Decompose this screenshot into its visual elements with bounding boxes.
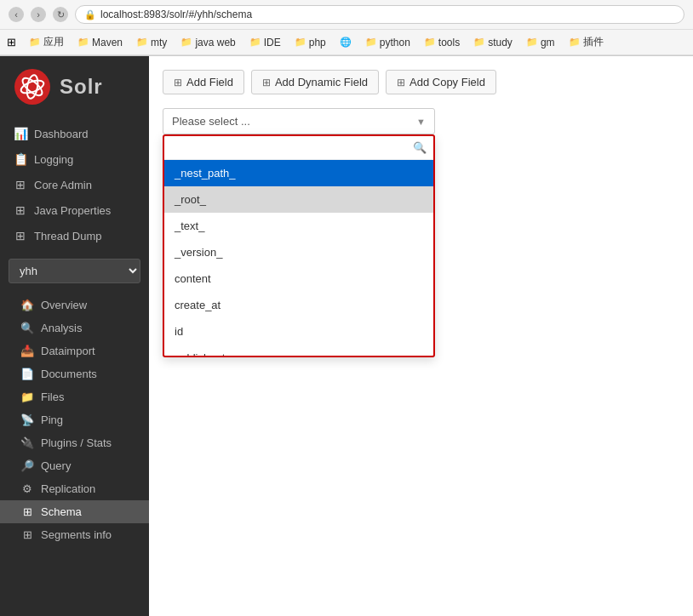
sidebar-item-dashboard[interactable]: 📊 Dashboard xyxy=(0,121,149,146)
add-field-button[interactable]: ⊞ Add Field xyxy=(163,70,244,94)
logging-label: Logging xyxy=(34,153,73,166)
add-field-icon: ⊞ xyxy=(174,77,182,88)
segments-label: Segments info xyxy=(41,528,112,541)
sub-item-documents[interactable]: 📄 Documents xyxy=(0,362,149,385)
collection-select[interactable]: yhh xyxy=(9,259,140,283)
plugins-label: Plugins / Stats xyxy=(41,436,112,449)
logging-icon: 📋 xyxy=(14,152,27,166)
dropdown-item-version[interactable]: _version_ xyxy=(164,239,433,265)
sub-item-files[interactable]: 📁 Files xyxy=(0,385,149,408)
core-admin-label: Core Admin xyxy=(34,179,92,191)
sub-item-segments[interactable]: ⊞ Segments info xyxy=(0,523,149,546)
lock-icon: 🔒 xyxy=(84,9,96,20)
solr-logo xyxy=(14,68,51,106)
ping-icon: 📡 xyxy=(20,414,34,426)
add-field-label: Add Field xyxy=(186,76,233,88)
bookmark-study[interactable]: 📁 study xyxy=(469,35,517,50)
sub-item-overview[interactable]: 🏠 Overview xyxy=(0,294,149,317)
sidebar-item-logging[interactable]: 📋 Logging xyxy=(0,146,149,172)
toolbar-row: ⊞ Add Field ⊞ Add Dynamic Field ⊞ Add Co… xyxy=(163,70,679,94)
add-dynamic-field-icon: ⊞ xyxy=(262,77,271,88)
overview-label: Overview xyxy=(41,299,87,311)
sub-sidebar: 🏠 Overview 🔍 Analysis 📥 Dataimport 📄 Doc… xyxy=(0,290,149,550)
dropdown-list: _nest_path_ _root_ _text_ _version_ cont… xyxy=(164,160,433,356)
files-icon: 📁 xyxy=(20,391,34,403)
bookmark-ide[interactable]: 📁 IDE xyxy=(245,35,285,50)
search-icon: 🔍 xyxy=(413,141,427,154)
sidebar-item-core-admin[interactable]: ⊞ Core Admin xyxy=(0,172,149,197)
documents-icon: 📄 xyxy=(20,368,34,380)
add-copy-field-label: Add Copy Field xyxy=(410,76,485,88)
back-button[interactable]: ‹ xyxy=(9,7,24,22)
dropdown-item-content[interactable]: content xyxy=(164,265,433,292)
bookmark-mty[interactable]: 📁 mty xyxy=(132,35,171,50)
reload-button[interactable]: ↻ xyxy=(53,7,68,22)
svg-point-0 xyxy=(14,69,50,105)
sidebar: Solr 📊 Dashboard 📋 Logging ⊞ Core Admin … xyxy=(0,56,149,616)
thread-dump-icon: ⊞ xyxy=(14,229,27,242)
dropdown-item-nest-path[interactable]: _nest_path_ xyxy=(164,160,433,186)
sidebar-item-thread-dump[interactable]: ⊞ Thread Dump xyxy=(0,223,149,248)
sub-item-dataimport[interactable]: 📥 Dataimport xyxy=(0,339,149,362)
bookmark-python[interactable]: 📁 python xyxy=(361,35,415,50)
analysis-icon: 🔍 xyxy=(20,322,34,334)
bookmark-app[interactable]: 📁 应用 xyxy=(25,33,68,51)
add-copy-field-button[interactable]: ⊞ Add Copy Field xyxy=(386,70,496,94)
dataimport-icon: 📥 xyxy=(20,345,34,357)
sub-item-replication[interactable]: ⚙ Replication xyxy=(0,477,149,500)
address-bar[interactable]: 🔒 localhost:8983/solr/#/yhh/schema xyxy=(75,5,684,24)
dropdown-search-input[interactable] xyxy=(171,141,408,154)
replication-label: Replication xyxy=(41,482,95,495)
browser-toolbar: ‹ › ↻ 🔒 localhost:8983/solr/#/yhh/schema xyxy=(0,0,693,30)
collection-selector: yhh xyxy=(9,259,140,283)
dataimport-label: Dataimport xyxy=(41,345,95,357)
ping-label: Ping xyxy=(41,414,63,426)
forward-button[interactable]: › xyxy=(31,7,46,22)
browser-chrome: ‹ › ↻ 🔒 localhost:8983/solr/#/yhh/schema… xyxy=(0,0,693,56)
plugins-icon: 🔌 xyxy=(20,436,34,449)
dashboard-label: Dashboard xyxy=(34,128,89,140)
schema-label: Schema xyxy=(41,505,82,518)
query-label: Query xyxy=(41,459,71,472)
dropdown-trigger[interactable]: Please select ... ▼ xyxy=(163,108,435,134)
analysis-label: Analysis xyxy=(41,322,82,334)
add-dynamic-field-label: Add Dynamic Field xyxy=(275,76,368,88)
overview-icon: 🏠 xyxy=(20,299,34,311)
java-props-icon: ⊞ xyxy=(14,203,27,217)
bookmarks-bar: ⊞ 📁 应用 📁 Maven 📁 mty 📁 java web 📁 IDE 📁 … xyxy=(0,30,693,55)
segments-icon: ⊞ xyxy=(20,528,34,541)
dropdown-search: 🔍 xyxy=(164,136,433,160)
dropdown-item-id[interactable]: id xyxy=(164,318,433,345)
bookmark-maven[interactable]: 📁 Maven xyxy=(73,35,127,50)
bookmark-gm[interactable]: 📁 gm xyxy=(522,35,559,50)
sub-item-ping[interactable]: 📡 Ping xyxy=(0,408,149,431)
dropdown-item-text[interactable]: _text_ xyxy=(164,213,433,239)
url-text: localhost:8983/solr/#/yhh/schema xyxy=(100,9,252,20)
thread-dump-label: Thread Dump xyxy=(34,230,101,242)
bookmark-tools[interactable]: 📁 tools xyxy=(420,35,464,50)
add-dynamic-field-button[interactable]: ⊞ Add Dynamic Field xyxy=(251,70,379,94)
sub-item-plugins[interactable]: 🔌 Plugins / Stats xyxy=(0,431,149,454)
documents-label: Documents xyxy=(41,368,97,380)
bookmark-php[interactable]: 📁 php xyxy=(290,35,330,50)
sub-item-query[interactable]: 🔎 Query xyxy=(0,454,149,477)
solr-logo-svg xyxy=(14,68,51,106)
sub-item-analysis[interactable]: 🔍 Analysis xyxy=(0,317,149,339)
dropdown-item-publish-at[interactable]: publish_at xyxy=(164,345,433,356)
bookmark-plugins[interactable]: 📁 插件 xyxy=(564,33,608,51)
content-area: ⊞ Add Field ⊞ Add Dynamic Field ⊞ Add Co… xyxy=(149,56,693,616)
core-admin-icon: ⊞ xyxy=(14,178,27,191)
dropdown-item-root[interactable]: _root_ xyxy=(164,186,433,213)
query-icon: 🔎 xyxy=(20,459,34,472)
apps-icon[interactable]: ⊞ xyxy=(7,36,16,48)
sub-item-schema[interactable]: ⊞ Schema xyxy=(0,500,149,523)
schema-icon: ⊞ xyxy=(20,505,34,518)
dropdown-placeholder: Please select ... xyxy=(172,115,250,128)
nav-section: 📊 Dashboard 📋 Logging ⊞ Core Admin ⊞ Jav… xyxy=(0,117,149,252)
bookmark-java-web[interactable]: 📁 java web xyxy=(176,35,239,50)
sidebar-item-java-props[interactable]: ⊞ Java Properties xyxy=(0,197,149,223)
add-copy-field-icon: ⊞ xyxy=(397,77,405,88)
dropdown-item-create-at[interactable]: create_at xyxy=(164,292,433,318)
logo-area: Solr xyxy=(0,56,149,117)
bookmark-globe[interactable]: 🌐 xyxy=(335,35,356,49)
